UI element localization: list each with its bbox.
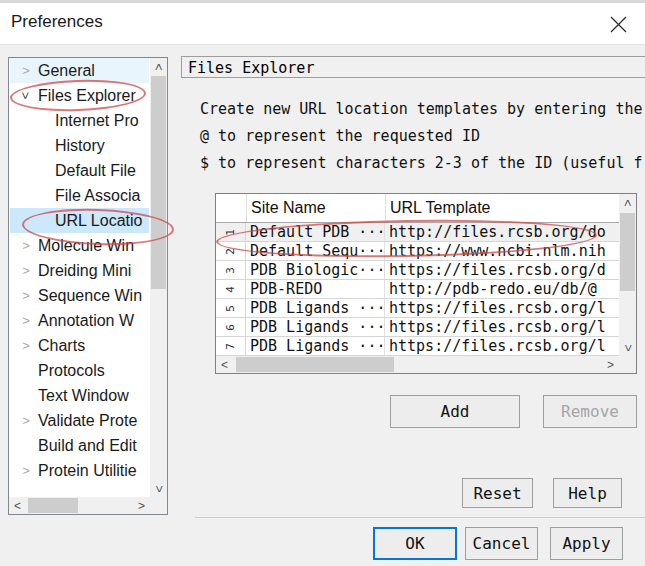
sidebar-item-general[interactable]: General (10, 58, 149, 83)
url-template-cell[interactable]: https://files.rcsb.org/l (385, 337, 619, 355)
cancel-button[interactable]: Cancel (465, 527, 538, 560)
sidebar-item-history[interactable]: History (10, 133, 149, 158)
description-line: $ to represent characters 2-3 of the ID … (200, 154, 643, 172)
sidebar-item-label: Protocols (38, 358, 105, 383)
reset-button[interactable]: Reset (462, 478, 533, 508)
site-name-cell[interactable]: PDB-REDO (246, 280, 385, 298)
scroll-left-icon[interactable]: < (9, 497, 26, 514)
table-scrollbar-corner (619, 356, 636, 373)
column-header-url-template[interactable]: URL Template (386, 194, 619, 222)
close-icon (610, 16, 627, 33)
chevron-right-icon[interactable] (19, 408, 33, 433)
sidebar-item-charts[interactable]: Charts (10, 333, 149, 358)
titlebar-separator (0, 44, 645, 45)
scroll-right-icon[interactable]: > (602, 356, 619, 373)
sidebar-item-url-location[interactable]: URL Locatio (10, 208, 149, 233)
row-number: 5 (224, 305, 237, 312)
table-hscroll-thumb[interactable] (236, 357, 394, 372)
apply-button[interactable]: Apply (550, 527, 623, 560)
scroll-right-icon[interactable]: > (133, 497, 150, 514)
row-header[interactable]: 2 (216, 242, 246, 260)
chevron-right-icon[interactable] (19, 283, 33, 308)
site-name-cell[interactable]: Default PDB ··· (246, 223, 385, 241)
chevron-right-icon[interactable] (19, 258, 33, 283)
close-button[interactable] (603, 9, 633, 39)
sidebar-item-label: File Associa (55, 183, 140, 208)
sidebar-item-file-association[interactable]: File Associa (10, 183, 149, 208)
row-header[interactable]: 6 (216, 318, 246, 336)
sidebar-item-default-file[interactable]: Default File (10, 158, 149, 183)
sidebar-item-sequence-window[interactable]: Sequence Win (10, 283, 149, 308)
row-header[interactable]: 4 (216, 280, 246, 298)
sidebar-item-internet-proxy[interactable]: Internet Pro (10, 108, 149, 133)
url-template-cell[interactable]: https://files.rcsb.org/d (385, 261, 619, 279)
table-row[interactable]: 2 Default Sequ··· https://www.ncbi.nlm.n… (216, 242, 619, 261)
row-header[interactable]: 5 (216, 299, 246, 317)
table-row[interactable]: 5 PDB Ligands ··· https://files.rcsb.org… (216, 299, 619, 318)
add-button[interactable]: Add (390, 395, 520, 428)
scroll-down-icon[interactable]: > (619, 339, 636, 356)
url-template-cell[interactable]: https://files.rcsb.org/l (385, 318, 619, 336)
table-row[interactable]: 1 Default PDB ··· http://files.rcsb.org/… (216, 223, 619, 242)
sidebar-item-label: Default File (55, 158, 136, 183)
row-header[interactable]: 1 (216, 223, 246, 241)
remove-button[interactable]: Remove (543, 395, 637, 428)
table-row[interactable]: 7 PDB Ligands ··· https://files.rcsb.org… (216, 337, 619, 356)
row-header[interactable]: 7 (216, 337, 246, 355)
sidebar-item-label: Validate Prote (38, 408, 137, 433)
sidebar-item-label: Annotation W (38, 308, 134, 333)
table-row[interactable]: 4 PDB-REDO http://pdb-redo.eu/db/@ (216, 280, 619, 299)
row-header[interactable]: 3 (216, 261, 246, 279)
sidebar-item-label: Charts (38, 333, 85, 358)
sidebar-item-label: Text Window (38, 383, 129, 408)
row-number: 4 (224, 286, 237, 293)
chevron-right-icon[interactable] (19, 233, 33, 258)
table-horizontal-scrollbar[interactable]: < > (216, 356, 619, 373)
scroll-left-icon[interactable]: < (216, 356, 233, 373)
sidebar-item-label: Sequence Win (38, 283, 142, 308)
table-row[interactable]: 3 PDB Biologic··· https://files.rcsb.org… (216, 261, 619, 280)
chevron-right-icon[interactable] (19, 308, 33, 333)
sidebar-item-protein-utilities[interactable]: Protein Utilitie (10, 458, 149, 483)
sidebar-item-dreiding-minimizer[interactable]: Dreiding Mini (10, 258, 149, 283)
chevron-right-icon[interactable] (19, 333, 33, 358)
sidebar-item-label: URL Locatio (55, 208, 142, 233)
sidebar-item-protocols[interactable]: Protocols (10, 358, 149, 383)
sidebar-item-validate-protein[interactable]: Validate Prote (10, 408, 149, 433)
scroll-up-icon[interactable]: > (150, 58, 167, 75)
site-name-cell[interactable]: PDB Ligands ··· (246, 299, 385, 317)
table-vscroll-thumb[interactable] (620, 213, 635, 291)
scroll-up-icon[interactable]: > (619, 194, 636, 211)
chevron-right-icon[interactable] (19, 58, 33, 83)
url-template-cell[interactable]: http://pdb-redo.eu/db/@ (385, 280, 619, 298)
site-name-cell[interactable]: PDB Ligands ··· (246, 337, 385, 355)
help-button[interactable]: Help (553, 478, 622, 508)
tree-hscroll-thumb[interactable] (28, 498, 78, 513)
preferences-dialog: Preferences General Files Explorer Inter… (0, 0, 645, 566)
sidebar-item-files-explorer[interactable]: Files Explorer (10, 83, 149, 108)
url-template-cell[interactable]: http://files.rcsb.org/do (385, 223, 619, 241)
url-template-cell[interactable]: https://www.ncbi.nlm.nih (385, 242, 619, 260)
sidebar-item-text-window[interactable]: Text Window (10, 383, 149, 408)
tree-horizontal-scrollbar[interactable]: < > (9, 497, 150, 514)
site-name-cell[interactable]: PDB Biologic··· (246, 261, 385, 279)
url-template-cell[interactable]: https://files.rcsb.org/l (385, 299, 619, 317)
sidebar-item-label: Internet Pro (55, 108, 139, 133)
sidebar-item-label: Molecule Win (38, 233, 134, 258)
chevron-down-icon[interactable] (19, 83, 33, 108)
row-number: 3 (224, 267, 237, 274)
chevron-right-icon[interactable] (19, 458, 33, 483)
ok-button[interactable]: OK (373, 527, 457, 560)
column-header-site-name[interactable]: Site Name (247, 194, 386, 222)
table-row[interactable]: 6 PDB Ligands ··· https://files.rcsb.org… (216, 318, 619, 337)
sidebar-item-molecule-window[interactable]: Molecule Win (10, 233, 149, 258)
tree-vertical-scrollbar[interactable]: > > (150, 58, 167, 497)
site-name-cell[interactable]: PDB Ligands ··· (246, 318, 385, 336)
sidebar-item-build-and-edit[interactable]: Build and Edit (10, 433, 149, 458)
site-name-cell[interactable]: Default Sequ··· (246, 242, 385, 260)
dialog-title: Preferences (11, 12, 103, 32)
tree-vscroll-thumb[interactable] (151, 76, 166, 289)
scroll-down-icon[interactable]: > (150, 480, 167, 497)
table-vertical-scrollbar[interactable]: > > (619, 194, 636, 356)
sidebar-item-annotation-window[interactable]: Annotation W (10, 308, 149, 333)
